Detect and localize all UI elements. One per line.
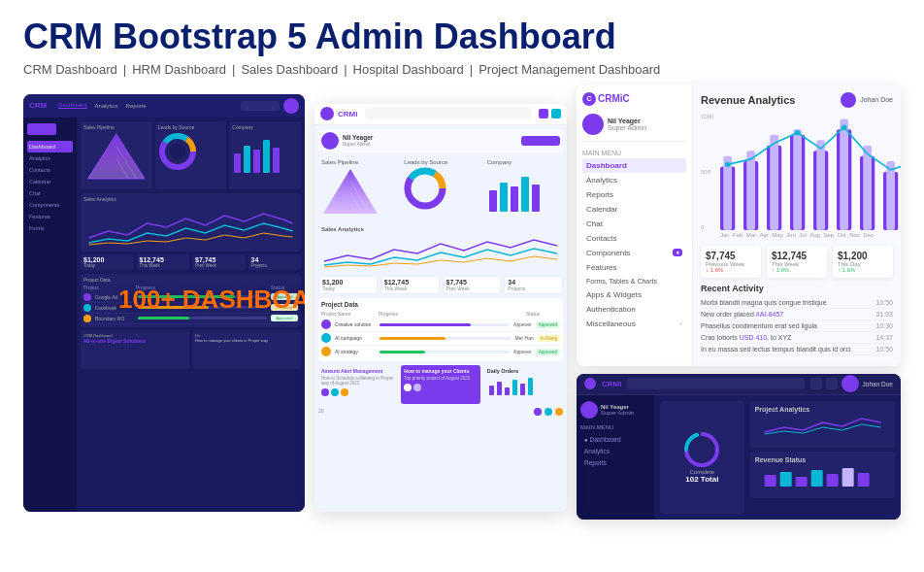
sidebar-item-chat[interactable]: Chat — [582, 217, 686, 231]
stat-prev-week-val: $7,745 — [706, 251, 756, 261]
rb-user-name: Johan Doe — [863, 381, 893, 387]
lp-header: CRM Dashboard Analytics Reports — [23, 94, 305, 118]
lp-sales-pipeline: Sales Pipeline — [81, 121, 152, 189]
mp-stat-2-val: $12,745 — [384, 279, 436, 286]
mp-stat-3-val: $7,745 — [446, 279, 498, 286]
lp-sidebar: Dashboard Analytics Contacts Calendar Ch… — [23, 118, 77, 512]
sidebar-item-apps[interactable]: Apps & Widgets — [582, 287, 686, 302]
lp-analytics-label: Sales Analytics — [83, 196, 298, 202]
table-row: Boundary RO Approved — [83, 314, 298, 324]
lp-nav-reports: Reports — [126, 103, 147, 109]
svg-marker-1 — [88, 134, 145, 179]
mp-row-1-person: Appever — [513, 321, 532, 327]
svg-rect-62 — [779, 472, 791, 487]
svg-rect-23 — [521, 177, 529, 212]
nav-crm[interactable]: CRM Dashboard — [23, 62, 117, 77]
activity-item-1: Morbi blandit magna quis congue tristiqu… — [701, 297, 893, 309]
content-area: 100+ DASHBOARD CRM Dashboard Analytics R… — [23, 84, 901, 531]
lp-nav-dashboard: Dashboard — [58, 102, 86, 109]
svg-point-7 — [170, 144, 185, 159]
sidebar-user-role: Super Admin — [608, 124, 646, 131]
lp-card-1-val: All-in-one Digital Solutions — [83, 338, 186, 344]
sidebar-item-auth[interactable]: Authentication — [582, 302, 686, 317]
lp-logo-icon: CRM — [29, 101, 47, 110]
month-apr: Apr — [760, 232, 769, 238]
mp-stat-3-label: Prev Week — [446, 286, 498, 291]
mp-row-2-avatar — [321, 333, 331, 343]
lp-company-chart — [232, 132, 285, 175]
month-feb: Feb — [733, 232, 742, 238]
month-jun: Jun — [786, 232, 796, 238]
lp-stat-prev: $7,745 Prev Week — [192, 254, 246, 270]
stat-card-this-week: $12,745 This Week ↑ 1.6% — [767, 246, 827, 278]
rb-menu-dashboard: ● Dashboard — [580, 434, 650, 445]
month-mar: Mar — [746, 232, 756, 238]
mp-header: CRMi — [314, 104, 567, 125]
nav-hrm[interactable]: HRM Dashboard — [132, 62, 226, 77]
svg-marker-13 — [323, 169, 378, 214]
month-nov: Nov — [849, 232, 860, 238]
lp-leads-chart — [158, 132, 197, 171]
nav-project[interactable]: Project Management Dashboard — [478, 62, 660, 77]
sep3: | — [344, 62, 346, 77]
svg-rect-26 — [497, 382, 502, 395]
sidebar-item-reports[interactable]: Reports — [582, 187, 686, 202]
rb-sidebar-avatar — [580, 401, 598, 419]
sidebar-item-components[interactable]: Components ● — [582, 246, 686, 260]
lp-pipeline-label: Sales Pipeline — [83, 124, 149, 130]
sidebar-item-contacts[interactable]: Contacts — [582, 231, 686, 246]
right-bottom-preview: CRMi Johan Doe Nil Yeager — [577, 374, 901, 520]
svg-rect-65 — [826, 474, 838, 487]
mp-row-2-status: In-Going — [538, 335, 560, 342]
svg-rect-63 — [795, 477, 807, 487]
mp-logo: CRMi — [338, 110, 357, 118]
rb-sidebar-user-role: Super Admin — [601, 410, 634, 416]
sidebar-item-components-label: Components — [586, 249, 630, 257]
sidebar-item-features[interactable]: Features — [582, 260, 686, 275]
svg-rect-34 — [746, 151, 755, 230]
nav-sales[interactable]: Sales Dashboard — [241, 62, 338, 77]
svg-rect-8 — [234, 153, 241, 173]
sidebar-item-misc[interactable]: Miscellaneous › — [582, 317, 686, 331]
nav-hospital[interactable]: Hospital Dashboard — [353, 62, 464, 77]
stats-cards-row: $7,745 Previous Week ↓ 1.6% $12,745 This… — [701, 246, 893, 278]
rb-sidebar-user: Nil Yeager Super Admin — [580, 401, 650, 419]
sidebar-item-analytics[interactable]: Analytics — [582, 173, 686, 187]
stat-this-week-val: $12,745 — [772, 251, 822, 261]
mp-card-1-desc: How to Schedule a Meeting in Proper way … — [321, 376, 394, 386]
sidebar-item-forms[interactable]: Forms, Tables & Charts — [582, 275, 686, 287]
lp-card-2: Do How to manage your clients in Proper … — [192, 330, 301, 369]
sidebar-item-calendar[interactable]: Calendar — [582, 202, 686, 217]
header-user-avatar — [841, 92, 856, 108]
sidebar-item-dashboard[interactable]: Dashboard — [582, 158, 686, 173]
svg-point-55 — [725, 161, 730, 166]
mp-daily-orders-label: Daily Orders — [487, 368, 560, 374]
activity-text-1: Morbi blandit magna quis congue tristiqu… — [701, 299, 827, 306]
stat-today-change: ↑ 1.6% — [838, 267, 888, 273]
mp-daily-chart — [487, 376, 541, 397]
rb-sidebar: Nil Yeager Super Admin Main Menu ● Dashb… — [577, 395, 654, 520]
sidebar-menu-title: Main Menu — [582, 150, 686, 156]
mp-company-chart — [487, 167, 545, 214]
mp-stat-1-val: $1,200 — [322, 279, 374, 286]
rb-user-avatar — [842, 375, 859, 392]
page-title: CRM Bootstrap 5 Admin Dashboard — [23, 17, 901, 56]
lp-analytics-chart — [83, 204, 298, 248]
avatar — [331, 388, 339, 396]
y-label-500: 500 — [701, 169, 713, 175]
table-row: AI campaign Mer Han In-Going — [321, 332, 560, 346]
mp-row-1-name: Creative solution — [335, 321, 376, 327]
mp-row-1-status: Approved — [536, 321, 560, 328]
row-name-3: Boundary RO — [95, 316, 134, 321]
activity-text-5: In eu massa sed lectus tempus blandit qu… — [701, 346, 850, 353]
rb-circle-chart — [682, 430, 721, 469]
svg-rect-10 — [253, 150, 260, 173]
lp-sidebar-calendar: Calendar — [27, 176, 73, 187]
activity-item-2: New order placed #AI-8457 21:03 — [701, 309, 893, 320]
lp-stat-projects-label: Projects — [251, 263, 299, 268]
rb-complete-card: Complete 102 Total — [660, 401, 744, 514]
avatar — [555, 408, 563, 416]
mp-btn-2 — [551, 109, 561, 118]
mp-avatar — [320, 107, 334, 120]
row-fill-3 — [138, 317, 189, 320]
